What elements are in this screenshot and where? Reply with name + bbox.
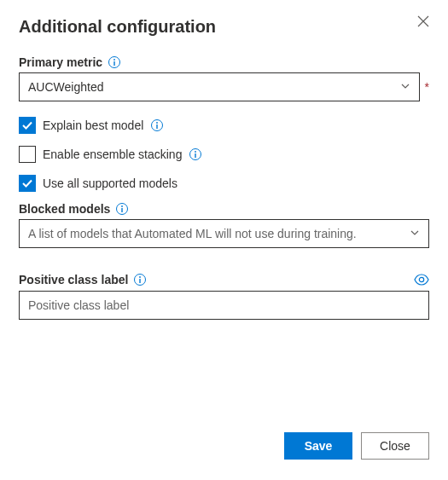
svg-rect-8 bbox=[195, 153, 196, 158]
primary-metric-label-row: Primary metric bbox=[19, 55, 429, 69]
use-all-models-row: Use all supported models bbox=[19, 175, 429, 192]
primary-metric-select[interactable]: AUCWeighted bbox=[19, 72, 420, 101]
blocked-models-select[interactable]: A list of models that Automated ML will … bbox=[19, 219, 429, 248]
explain-best-model-label[interactable]: Explain best model bbox=[43, 119, 143, 132]
primary-metric-label: Primary metric bbox=[19, 55, 102, 69]
blocked-models-label-row: Blocked models bbox=[19, 202, 429, 216]
explain-best-model-row: Explain best model bbox=[19, 117, 429, 134]
use-all-models-label[interactable]: Use all supported models bbox=[43, 176, 177, 190]
svg-point-13 bbox=[140, 276, 142, 278]
blocked-models-label: Blocked models bbox=[19, 202, 110, 216]
positive-class-input[interactable] bbox=[19, 291, 429, 320]
info-icon[interactable] bbox=[150, 119, 164, 132]
ensemble-stacking-row: Enable ensemble stacking bbox=[19, 146, 429, 163]
svg-rect-11 bbox=[122, 208, 123, 212]
svg-rect-14 bbox=[140, 279, 141, 283]
info-icon[interactable] bbox=[189, 147, 202, 161]
footer: Save Close bbox=[284, 432, 429, 460]
close-icon[interactable] bbox=[417, 15, 429, 30]
required-indicator: * bbox=[425, 80, 429, 94]
chevron-down-icon bbox=[410, 227, 420, 240]
info-icon[interactable] bbox=[115, 202, 129, 216]
svg-point-7 bbox=[195, 151, 197, 153]
primary-metric-select-wrap: AUCWeighted * bbox=[19, 72, 429, 101]
eye-icon[interactable] bbox=[414, 272, 429, 287]
primary-metric-value: AUCWeighted bbox=[28, 80, 103, 94]
blocked-models-select-wrap: A list of models that Automated ML will … bbox=[19, 219, 429, 248]
info-icon[interactable] bbox=[133, 273, 147, 286]
ensemble-stacking-label[interactable]: Enable ensemble stacking bbox=[43, 147, 182, 161]
positive-class-label-row: Positive class label bbox=[19, 272, 429, 287]
close-button[interactable]: Close bbox=[361, 432, 429, 460]
info-icon[interactable] bbox=[108, 55, 121, 69]
svg-rect-2 bbox=[113, 61, 114, 66]
blocked-models-placeholder: A list of models that Automated ML will … bbox=[28, 227, 357, 240]
ensemble-stacking-checkbox[interactable] bbox=[19, 146, 36, 163]
positive-class-label: Positive class label bbox=[19, 273, 128, 286]
chevron-down-icon bbox=[400, 80, 410, 94]
explain-best-model-checkbox[interactable] bbox=[19, 117, 36, 134]
svg-point-4 bbox=[156, 122, 158, 124]
svg-point-15 bbox=[419, 277, 423, 281]
panel-title: Additional configuration bbox=[19, 17, 429, 37]
svg-rect-5 bbox=[157, 124, 158, 129]
svg-point-10 bbox=[121, 205, 123, 207]
save-button[interactable]: Save bbox=[284, 432, 352, 460]
use-all-models-checkbox[interactable] bbox=[19, 175, 36, 192]
svg-point-1 bbox=[113, 59, 115, 61]
